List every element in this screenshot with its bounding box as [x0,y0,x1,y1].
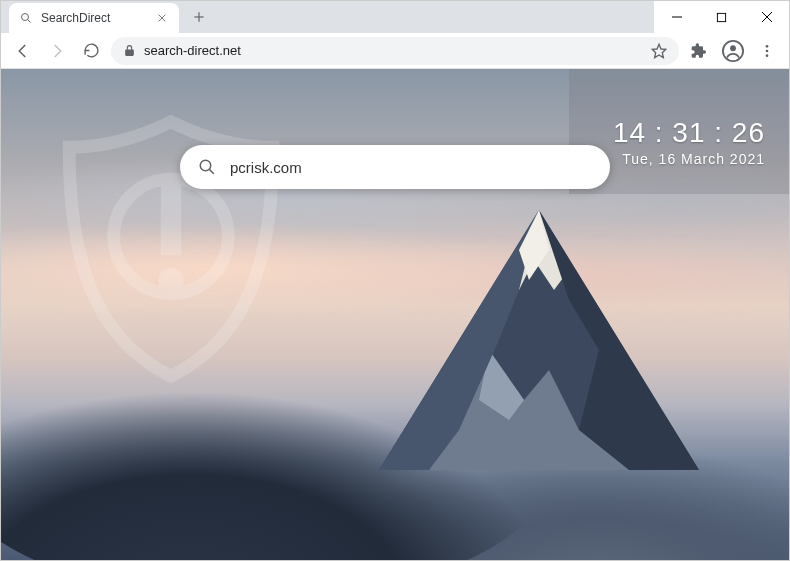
back-button[interactable] [9,37,37,65]
svg-point-0 [22,14,29,21]
address-bar[interactable]: search-direct.net [111,37,679,65]
menu-button[interactable] [753,37,781,65]
tab-close-button[interactable] [155,11,169,25]
svg-point-13 [766,45,769,48]
window-close-button[interactable] [744,1,789,33]
svg-point-25 [158,268,183,293]
window-maximize-button[interactable] [699,1,744,33]
svg-marker-10 [652,44,665,57]
svg-line-27 [210,170,214,174]
search-bar[interactable] [180,145,610,189]
lock-icon [123,44,136,57]
search-input[interactable] [230,159,592,176]
svg-line-1 [28,20,31,23]
tab-title: SearchDirect [41,11,147,25]
page-content: 14 : 31 : 26 Tue, 16 March 2021 [1,69,789,560]
clock-widget: 14 : 31 : 26 Tue, 16 March 2021 [613,117,765,167]
mountain-graphic [369,200,709,500]
svg-point-14 [766,49,769,52]
svg-point-26 [200,160,211,171]
address-bar-url: search-direct.net [144,43,643,58]
new-tab-button[interactable] [185,3,213,31]
clock-date: Tue, 16 March 2021 [613,151,765,167]
browser-toolbar: search-direct.net [1,33,789,69]
extensions-button[interactable] [685,37,713,65]
titlebar: SearchDirect [1,1,789,33]
browser-window: SearchDirect [0,0,790,561]
reload-button[interactable] [77,37,105,65]
window-minimize-button[interactable] [654,1,699,33]
svg-rect-24 [161,185,181,255]
browser-tab[interactable]: SearchDirect [9,3,179,33]
tab-strip: SearchDirect [1,1,654,33]
clock-time: 14 : 31 : 26 [613,117,765,149]
svg-rect-7 [717,13,725,21]
forward-button[interactable] [43,37,71,65]
search-icon [198,158,216,176]
bookmark-star-icon[interactable] [651,43,667,59]
search-favicon-icon [19,11,33,25]
window-controls [654,1,789,33]
profile-button[interactable] [719,37,747,65]
svg-point-15 [766,54,769,57]
svg-point-12 [730,45,736,51]
